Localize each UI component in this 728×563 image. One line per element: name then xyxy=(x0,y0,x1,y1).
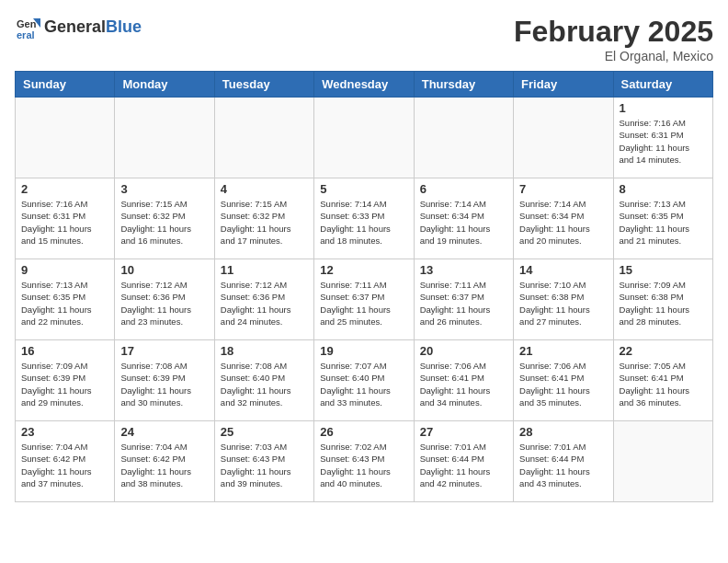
logo-general-text: GeneralBlue xyxy=(44,18,142,37)
day-info: Sunrise: 7:13 AM Sunset: 6:35 PM Dayligh… xyxy=(620,198,707,247)
day-info: Sunrise: 7:16 AM Sunset: 6:31 PM Dayligh… xyxy=(620,117,707,166)
weekday-header: Monday xyxy=(115,72,214,98)
day-number: 8 xyxy=(620,182,707,196)
day-number: 14 xyxy=(519,263,607,277)
calendar-cell: 27Sunrise: 7:01 AM Sunset: 6:44 PM Dayli… xyxy=(414,421,513,502)
day-number: 25 xyxy=(221,425,308,439)
calendar-cell xyxy=(613,421,712,502)
day-info: Sunrise: 7:14 AM Sunset: 6:33 PM Dayligh… xyxy=(320,198,407,247)
day-info: Sunrise: 7:07 AM Sunset: 6:40 PM Dayligh… xyxy=(320,360,407,408)
day-number: 18 xyxy=(221,344,308,358)
day-info: Sunrise: 7:01 AM Sunset: 6:44 PM Dayligh… xyxy=(420,441,507,489)
calendar-cell: 16Sunrise: 7:09 AM Sunset: 6:39 PM Dayli… xyxy=(16,340,115,421)
calendar-cell: 8Sunrise: 7:13 AM Sunset: 6:35 PM Daylig… xyxy=(613,178,712,259)
day-info: Sunrise: 7:06 AM Sunset: 6:41 PM Dayligh… xyxy=(420,360,507,408)
day-number: 26 xyxy=(320,425,407,439)
calendar-cell: 22Sunrise: 7:05 AM Sunset: 6:41 PM Dayli… xyxy=(613,340,712,421)
day-info: Sunrise: 7:02 AM Sunset: 6:43 PM Dayligh… xyxy=(320,441,407,489)
calendar-cell: 17Sunrise: 7:08 AM Sunset: 6:39 PM Dayli… xyxy=(115,340,214,421)
day-number: 16 xyxy=(21,344,108,358)
calendar-cell: 9Sunrise: 7:13 AM Sunset: 6:35 PM Daylig… xyxy=(16,259,115,340)
day-number: 19 xyxy=(320,344,407,358)
day-info: Sunrise: 7:13 AM Sunset: 6:35 PM Dayligh… xyxy=(21,279,108,327)
day-info: Sunrise: 7:09 AM Sunset: 6:38 PM Dayligh… xyxy=(620,279,707,327)
calendar-cell xyxy=(514,98,613,178)
weekday-header: Wednesday xyxy=(314,72,414,98)
day-number: 12 xyxy=(320,263,407,277)
day-info: Sunrise: 7:05 AM Sunset: 6:41 PM Dayligh… xyxy=(620,360,707,408)
week-row: 16Sunrise: 7:09 AM Sunset: 6:39 PM Dayli… xyxy=(16,340,713,421)
weekday-header: Saturday xyxy=(613,72,712,98)
calendar-cell: 5Sunrise: 7:14 AM Sunset: 6:33 PM Daylig… xyxy=(314,178,414,259)
day-info: Sunrise: 7:01 AM Sunset: 6:44 PM Dayligh… xyxy=(519,441,607,489)
calendar-cell: 20Sunrise: 7:06 AM Sunset: 6:41 PM Dayli… xyxy=(414,340,513,421)
day-info: Sunrise: 7:15 AM Sunset: 6:32 PM Dayligh… xyxy=(221,198,308,247)
day-number: 11 xyxy=(221,263,308,277)
weekday-header: Thursday xyxy=(414,72,513,98)
day-number: 10 xyxy=(120,263,208,277)
title-block: February 2025 El Organal, Mexico xyxy=(514,15,713,63)
day-number: 1 xyxy=(620,101,707,115)
calendar-cell xyxy=(214,98,313,178)
calendar-cell: 14Sunrise: 7:10 AM Sunset: 6:38 PM Dayli… xyxy=(514,259,613,340)
calendar-cell: 11Sunrise: 7:12 AM Sunset: 6:36 PM Dayli… xyxy=(214,259,313,340)
day-number: 22 xyxy=(620,344,707,358)
day-number: 2 xyxy=(21,182,108,196)
day-info: Sunrise: 7:14 AM Sunset: 6:34 PM Dayligh… xyxy=(519,198,607,247)
page-header: Gen eral GeneralBlue February 2025 El Or… xyxy=(15,15,713,63)
calendar-cell: 10Sunrise: 7:12 AM Sunset: 6:36 PM Dayli… xyxy=(115,259,214,340)
day-info: Sunrise: 7:12 AM Sunset: 6:36 PM Dayligh… xyxy=(221,279,308,327)
day-number: 9 xyxy=(21,263,108,277)
calendar-cell: 18Sunrise: 7:08 AM Sunset: 6:40 PM Dayli… xyxy=(214,340,313,421)
calendar-table: SundayMondayTuesdayWednesdayThursdayFrid… xyxy=(15,71,713,502)
day-info: Sunrise: 7:04 AM Sunset: 6:42 PM Dayligh… xyxy=(120,441,208,489)
week-row: 23Sunrise: 7:04 AM Sunset: 6:42 PM Dayli… xyxy=(16,421,713,502)
calendar-cell xyxy=(115,98,214,178)
calendar-cell xyxy=(314,98,414,178)
location: El Organal, Mexico xyxy=(514,49,713,63)
day-info: Sunrise: 7:04 AM Sunset: 6:42 PM Dayligh… xyxy=(21,441,108,489)
week-row: 2Sunrise: 7:16 AM Sunset: 6:31 PM Daylig… xyxy=(16,178,713,259)
day-info: Sunrise: 7:16 AM Sunset: 6:31 PM Dayligh… xyxy=(21,198,108,247)
calendar-cell: 6Sunrise: 7:14 AM Sunset: 6:34 PM Daylig… xyxy=(414,178,513,259)
month-title: February 2025 xyxy=(514,15,713,49)
day-number: 15 xyxy=(620,263,707,277)
day-info: Sunrise: 7:15 AM Sunset: 6:32 PM Dayligh… xyxy=(120,198,208,247)
week-row: 9Sunrise: 7:13 AM Sunset: 6:35 PM Daylig… xyxy=(16,259,713,340)
calendar-cell: 24Sunrise: 7:04 AM Sunset: 6:42 PM Dayli… xyxy=(115,421,214,502)
calendar-cell: 3Sunrise: 7:15 AM Sunset: 6:32 PM Daylig… xyxy=(115,178,214,259)
day-info: Sunrise: 7:08 AM Sunset: 6:40 PM Dayligh… xyxy=(221,360,308,408)
logo: Gen eral GeneralBlue xyxy=(15,15,142,40)
day-info: Sunrise: 7:12 AM Sunset: 6:36 PM Dayligh… xyxy=(120,279,208,327)
weekday-header: Friday xyxy=(514,72,613,98)
day-number: 17 xyxy=(120,344,208,358)
calendar-cell: 4Sunrise: 7:15 AM Sunset: 6:32 PM Daylig… xyxy=(214,178,313,259)
calendar-cell: 15Sunrise: 7:09 AM Sunset: 6:38 PM Dayli… xyxy=(613,259,712,340)
day-number: 7 xyxy=(519,182,607,196)
calendar-cell xyxy=(414,98,513,178)
calendar-cell: 1Sunrise: 7:16 AM Sunset: 6:31 PM Daylig… xyxy=(613,98,712,178)
weekday-header: Sunday xyxy=(16,72,115,98)
day-info: Sunrise: 7:08 AM Sunset: 6:39 PM Dayligh… xyxy=(120,360,208,408)
calendar-cell: 7Sunrise: 7:14 AM Sunset: 6:34 PM Daylig… xyxy=(514,178,613,259)
day-info: Sunrise: 7:09 AM Sunset: 6:39 PM Dayligh… xyxy=(21,360,108,408)
svg-text:eral: eral xyxy=(17,29,35,40)
day-number: 3 xyxy=(120,182,208,196)
calendar-cell: 19Sunrise: 7:07 AM Sunset: 6:40 PM Dayli… xyxy=(314,340,414,421)
day-info: Sunrise: 7:10 AM Sunset: 6:38 PM Dayligh… xyxy=(519,279,607,327)
calendar-cell: 23Sunrise: 7:04 AM Sunset: 6:42 PM Dayli… xyxy=(16,421,115,502)
day-number: 24 xyxy=(120,425,208,439)
day-info: Sunrise: 7:14 AM Sunset: 6:34 PM Dayligh… xyxy=(420,198,507,247)
calendar-cell: 26Sunrise: 7:02 AM Sunset: 6:43 PM Dayli… xyxy=(314,421,414,502)
day-number: 5 xyxy=(320,182,407,196)
day-info: Sunrise: 7:03 AM Sunset: 6:43 PM Dayligh… xyxy=(221,441,308,489)
day-info: Sunrise: 7:11 AM Sunset: 6:37 PM Dayligh… xyxy=(420,279,507,327)
day-number: 4 xyxy=(221,182,308,196)
weekday-header: Tuesday xyxy=(214,72,313,98)
calendar-cell: 25Sunrise: 7:03 AM Sunset: 6:43 PM Dayli… xyxy=(214,421,313,502)
calendar-cell: 12Sunrise: 7:11 AM Sunset: 6:37 PM Dayli… xyxy=(314,259,414,340)
day-number: 21 xyxy=(519,344,607,358)
calendar-cell: 28Sunrise: 7:01 AM Sunset: 6:44 PM Dayli… xyxy=(514,421,613,502)
day-number: 13 xyxy=(420,263,507,277)
day-number: 23 xyxy=(21,425,108,439)
